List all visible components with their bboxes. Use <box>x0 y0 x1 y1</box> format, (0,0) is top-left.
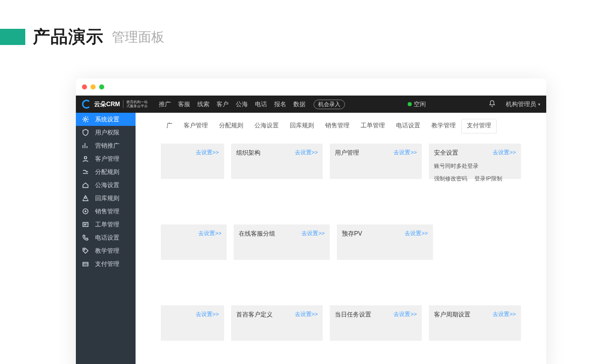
tag-icon <box>82 247 89 254</box>
card-title: 安全设置 <box>434 149 458 157</box>
sub-tab[interactable]: 广 <box>141 119 178 133</box>
go-settings-link[interactable]: 去设置>> <box>493 149 516 156</box>
slide-subtitle: 管理面板 <box>112 28 164 46</box>
go-settings-link[interactable]: 去设置>> <box>196 310 219 318</box>
settings-card: 去设置>> <box>161 224 227 260</box>
settings-card: 组织架构去设置>> <box>231 144 323 179</box>
sidebar: 系统设置用户权限营销推广客户管理分配规则公海设置回库规则销售管理工单管理电话设置… <box>76 113 136 364</box>
sidebar-item-tag[interactable]: 教学管理 <box>76 244 136 257</box>
chart-icon <box>82 142 89 149</box>
card-title: 首咨客户定义 <box>236 310 273 319</box>
slide-title: 产品演示 <box>33 25 104 49</box>
nav-item[interactable]: 客户 <box>216 100 229 109</box>
status-dot-icon <box>408 102 412 106</box>
sidebar-item-chart[interactable]: 营销推广 <box>76 139 136 152</box>
nav-item[interactable]: 公海 <box>236 100 248 109</box>
card-sub-item[interactable]: 强制修改密码 <box>434 175 467 183</box>
card-title: 客户周期设置 <box>434 310 470 319</box>
sidebar-item-label: 工单管理 <box>95 220 119 229</box>
sidebar-item-ticket[interactable]: 工单管理 <box>76 218 136 231</box>
house-icon <box>82 181 89 189</box>
sales-icon <box>82 208 89 215</box>
sub-tab[interactable]: 教学管理 <box>426 119 461 133</box>
sidebar-item-label: 用户权限 <box>95 128 119 137</box>
logo-tagline: 教育机构一站 式服务云平台 <box>123 100 148 109</box>
sub-tabs: 广客户管理分配规则公海设置回库规则销售管理工单管理电话设置教学管理支付管理 <box>136 113 546 133</box>
go-settings-link[interactable]: 去设置>> <box>196 149 219 156</box>
settings-card: 首咨客户定义去设置>> <box>231 305 323 341</box>
sidebar-item-flow[interactable]: 分配规则 <box>76 165 136 178</box>
shield-icon <box>82 129 89 136</box>
sub-tab[interactable]: 分配规则 <box>213 119 249 133</box>
ticket-icon <box>82 221 89 228</box>
sidebar-item-shield[interactable]: 用户权限 <box>76 126 136 139</box>
chevron-down-icon: ▾ <box>538 102 540 107</box>
card-title: 用户管理 <box>335 149 359 157</box>
nav-item[interactable]: 推广 <box>159 100 171 109</box>
window-min-dot[interactable] <box>91 84 96 89</box>
sub-tab[interactable]: 工单管理 <box>355 119 390 133</box>
sidebar-item-sales[interactable]: 销售管理 <box>76 205 136 218</box>
sub-tab[interactable]: 支付管理 <box>461 119 497 133</box>
window-chrome <box>76 78 546 96</box>
card-title: 当日任务设置 <box>335 310 371 319</box>
card-sub-item[interactable]: 登录IP限制 <box>474 175 502 183</box>
accent-bar <box>0 29 25 45</box>
window-close-dot[interactable] <box>82 84 87 89</box>
svg-point-0 <box>84 118 86 120</box>
card-sub-item[interactable]: 账号同时多处登录 <box>434 162 478 170</box>
sidebar-item-recycle[interactable]: 回库规则 <box>76 192 136 205</box>
go-settings-link[interactable]: 去设置>> <box>198 230 222 237</box>
nav-item[interactable]: 电话 <box>255 100 267 109</box>
go-settings-link[interactable]: 去设置>> <box>493 310 516 318</box>
sub-tab[interactable]: 销售管理 <box>320 119 355 133</box>
svg-point-1 <box>84 157 87 159</box>
nav-item[interactable]: 数据 <box>293 100 305 109</box>
sidebar-item-label: 支付管理 <box>95 260 119 268</box>
sidebar-item-label: 销售管理 <box>95 207 119 216</box>
user-menu[interactable]: 机构管理员 ▾ <box>506 100 540 109</box>
nav-item[interactable]: 线索 <box>197 100 209 109</box>
svg-rect-3 <box>83 222 88 226</box>
card-icon <box>82 260 89 267</box>
user-icon <box>82 155 89 162</box>
bell-icon[interactable] <box>489 100 496 109</box>
sidebar-item-settings[interactable]: 系统设置 <box>76 113 136 126</box>
settings-card: 去设置>> <box>161 144 224 179</box>
top-navbar: 云朵CRM 教育机构一站 式服务云平台 推广 客服 线索 客户 公海 电话 报名… <box>76 96 546 113</box>
sidebar-item-phone[interactable]: 电话设置 <box>76 231 136 244</box>
sidebar-item-label: 客户管理 <box>95 155 119 163</box>
sub-tab[interactable]: 电话设置 <box>390 119 426 133</box>
go-settings-link[interactable]: 去设置>> <box>394 149 417 156</box>
sidebar-item-label: 营销推广 <box>95 142 119 150</box>
sidebar-item-label: 系统设置 <box>95 115 119 124</box>
sidebar-item-label: 回库规则 <box>95 194 119 203</box>
go-settings-link[interactable]: 去设置>> <box>405 230 428 237</box>
svg-point-4 <box>84 249 85 250</box>
sub-tab[interactable]: 公海设置 <box>249 119 284 133</box>
recycle-icon <box>82 195 89 202</box>
go-settings-link[interactable]: 去设置>> <box>301 230 325 237</box>
sidebar-item-card[interactable]: 支付管理 <box>76 257 136 270</box>
sidebar-item-label: 电话设置 <box>95 234 119 242</box>
go-settings-link[interactable]: 去设置>> <box>394 310 417 318</box>
main-content: 广客户管理分配规则公海设置回库规则销售管理工单管理电话设置教学管理支付管理 去设… <box>136 113 546 364</box>
go-settings-link[interactable]: 去设置>> <box>295 310 318 318</box>
sub-tab[interactable]: 回库规则 <box>284 119 320 133</box>
sidebar-item-house[interactable]: 公海设置 <box>76 178 136 192</box>
slide-header: 产品演示 管理面板 <box>0 0 612 59</box>
sidebar-item-label: 教学管理 <box>95 247 119 255</box>
settings-card: 去设置>> <box>161 305 224 341</box>
card-title: 预存PV <box>342 230 362 238</box>
nav-item[interactable]: 报名 <box>274 100 286 109</box>
status-indicator[interactable]: 空闲 <box>408 100 426 109</box>
opportunity-record-button[interactable]: 机会录入 <box>314 100 345 109</box>
logo[interactable]: 云朵CRM 教育机构一站 式服务云平台 <box>82 100 148 109</box>
sidebar-item-user[interactable]: 客户管理 <box>76 152 136 165</box>
settings-card: 安全设置去设置>>账号同时多处登录强制修改密码登录IP限制 <box>429 144 521 179</box>
nav-item[interactable]: 客服 <box>178 100 190 109</box>
go-settings-link[interactable]: 去设置>> <box>295 149 318 156</box>
window-max-dot[interactable] <box>99 84 104 89</box>
sub-tab[interactable]: 客户管理 <box>178 119 213 133</box>
card-title: 在线客服分组 <box>239 230 275 238</box>
